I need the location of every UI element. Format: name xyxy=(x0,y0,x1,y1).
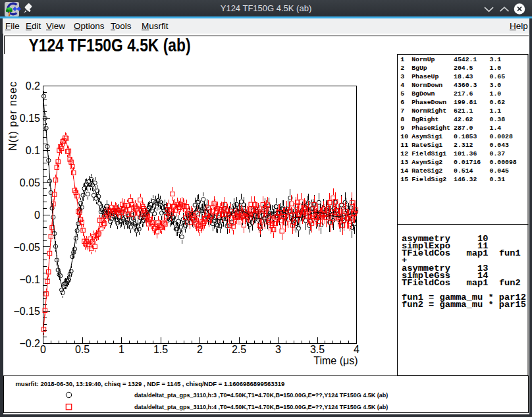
svg-text:4: 4 xyxy=(354,344,359,355)
svg-text:8: 8 xyxy=(400,116,404,123)
svg-text:−0.1: −0.1 xyxy=(19,274,40,285)
svg-text:6: 6 xyxy=(400,99,404,106)
svg-text:AsymSig1: AsymSig1 xyxy=(412,133,442,140)
svg-text:0.045: 0.045 xyxy=(490,167,510,175)
svg-text:musrfit: 2018-06-30, 13:19:40,: musrfit: 2018-06-30, 13:19:40, chisq = 1… xyxy=(15,380,284,387)
svg-text:146.32: 146.32 xyxy=(454,176,477,183)
svg-text:0.0028: 0.0028 xyxy=(490,133,513,140)
svg-text:3.1: 3.1 xyxy=(490,56,502,63)
svg-text:FieldSig1: FieldSig1 xyxy=(412,150,446,157)
svg-text:2: 2 xyxy=(400,65,404,72)
svg-text:1.0: 1.0 xyxy=(490,65,502,72)
svg-text:15: 15 xyxy=(400,176,408,183)
svg-text:NormDown: NormDown xyxy=(412,82,442,89)
svg-text:0.01716: 0.01716 xyxy=(454,159,481,166)
svg-text:0.2: 0.2 xyxy=(26,80,40,92)
svg-text:data/deltat_pta_gps_3110,h:3 ,: data/deltat_pta_gps_3110,h:3 ,T0=4.50K,T… xyxy=(134,392,388,399)
svg-text:FieldSig2: FieldSig2 xyxy=(412,176,446,183)
svg-text:1.4: 1.4 xyxy=(490,125,502,132)
svg-text:map1: map1 xyxy=(467,278,489,288)
svg-text:PhaseRight: PhaseRight xyxy=(412,125,450,132)
svg-text:0.1853: 0.1853 xyxy=(454,133,477,140)
svg-text:4360.3: 4360.3 xyxy=(454,82,477,89)
svg-text:BgRight: BgRight xyxy=(412,116,439,123)
svg-text:1.1: 1.1 xyxy=(490,107,502,115)
svg-text:3: 3 xyxy=(275,344,281,355)
svg-text:11: 11 xyxy=(400,142,408,149)
svg-text:14: 14 xyxy=(400,167,408,175)
svg-text:−0.15: −0.15 xyxy=(14,306,41,317)
svg-text:0.31: 0.31 xyxy=(490,176,506,183)
svg-text:5: 5 xyxy=(400,90,404,97)
svg-text:0.00098: 0.00098 xyxy=(490,159,517,166)
svg-text:1.0: 1.0 xyxy=(490,90,502,97)
svg-text:AsymSig2: AsymSig2 xyxy=(412,159,442,166)
svg-text:18.43: 18.43 xyxy=(454,73,473,80)
svg-text:1.5: 1.5 xyxy=(153,344,168,355)
svg-text:BgUp: BgUp xyxy=(412,65,427,72)
svg-text:NormRight: NormRight xyxy=(412,107,446,115)
svg-text:4542.1: 4542.1 xyxy=(454,56,477,63)
svg-text:2.5: 2.5 xyxy=(232,344,246,355)
svg-text:3.5: 3.5 xyxy=(310,344,325,355)
svg-text:1: 1 xyxy=(400,56,404,63)
svg-text:0: 0 xyxy=(34,209,40,221)
svg-text:RateSig2: RateSig2 xyxy=(412,167,442,175)
svg-text:42.62: 42.62 xyxy=(454,116,473,123)
svg-text:data/deltat_pta_gps_3110,h:4 ,: data/deltat_pta_gps_3110,h:4 ,T0=4.50K,T… xyxy=(134,404,388,410)
svg-text:1: 1 xyxy=(119,344,124,355)
svg-text:2: 2 xyxy=(197,344,203,355)
svg-text:2.312: 2.312 xyxy=(454,142,473,149)
svg-text:map1: map1 xyxy=(467,248,489,258)
svg-text:4: 4 xyxy=(400,82,404,89)
svg-text:3.0: 3.0 xyxy=(490,82,502,89)
svg-text:9: 9 xyxy=(400,125,404,132)
svg-text:0.514: 0.514 xyxy=(454,167,473,175)
svg-text:3: 3 xyxy=(400,73,404,80)
svg-text:Y124 TF150G 4.5K (ab): Y124 TF150G 4.5K (ab) xyxy=(29,34,191,55)
svg-text:217.6: 217.6 xyxy=(454,90,473,97)
svg-text:−0.2: −0.2 xyxy=(19,338,40,349)
svg-text:0.043: 0.043 xyxy=(490,142,510,149)
svg-text:PhaseDown: PhaseDown xyxy=(412,99,446,106)
svg-text:0.15: 0.15 xyxy=(20,113,40,124)
svg-text:RateSig1: RateSig1 xyxy=(412,142,442,149)
svg-text:10: 10 xyxy=(400,133,408,140)
svg-text:0.38: 0.38 xyxy=(490,116,506,123)
svg-text:BgDown: BgDown xyxy=(412,90,435,97)
svg-text:NormUp: NormUp xyxy=(412,56,435,63)
svg-text:101.36: 101.36 xyxy=(454,150,477,157)
svg-text:TFieldCos: TFieldCos xyxy=(402,278,450,288)
svg-text:13: 13 xyxy=(400,159,408,166)
svg-text:621.1: 621.1 xyxy=(454,107,473,115)
svg-text:287.0: 287.0 xyxy=(454,125,473,132)
svg-text:TFieldCos: TFieldCos xyxy=(402,248,450,258)
svg-text:0: 0 xyxy=(40,344,46,355)
svg-text:12: 12 xyxy=(400,150,408,157)
svg-text:204.5: 204.5 xyxy=(454,65,473,72)
svg-text:Time (μs): Time (μs) xyxy=(313,355,358,366)
svg-text:199.81: 199.81 xyxy=(454,99,477,106)
svg-text:0.1: 0.1 xyxy=(26,145,40,156)
svg-text:N(t) per nsec: N(t) per nsec xyxy=(7,82,18,151)
svg-text:0.65: 0.65 xyxy=(490,73,506,80)
svg-text:0.05: 0.05 xyxy=(20,177,40,188)
svg-text:0.37: 0.37 xyxy=(490,150,506,157)
svg-text:fun2: fun2 xyxy=(499,278,521,288)
svg-text:−0.05: −0.05 xyxy=(14,242,41,253)
svg-text:fun2 = gamma_mu * par15: fun2 = gamma_mu * par15 xyxy=(402,300,526,310)
svg-text:PhaseUp: PhaseUp xyxy=(412,73,439,80)
svg-text:0.5: 0.5 xyxy=(75,344,90,355)
svg-text:7: 7 xyxy=(400,107,404,115)
svg-text:0.62: 0.62 xyxy=(490,99,506,106)
svg-text:fun1: fun1 xyxy=(499,248,521,258)
